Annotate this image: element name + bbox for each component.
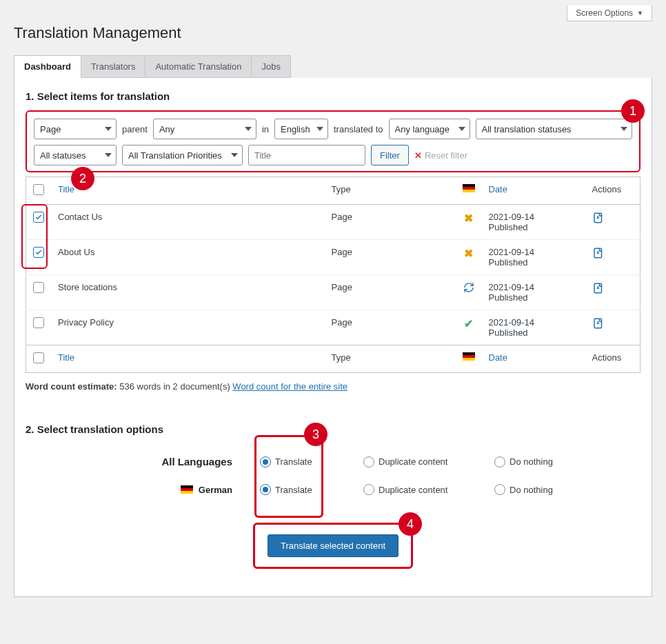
tabs: Dashboard Translators Automatic Translat… (14, 55, 652, 78)
callout-1: 1 (621, 99, 645, 123)
row-type: Page (325, 205, 456, 240)
translation-status-select[interactable]: All translation statuses (476, 119, 632, 139)
row-type: Page (325, 310, 456, 345)
filter-button[interactable]: Filter (371, 145, 409, 165)
translate-action-icon[interactable] (592, 212, 605, 224)
row-type: Page (325, 275, 456, 310)
source-language-select[interactable]: English (274, 119, 328, 139)
lang-german-label: German (26, 485, 253, 495)
row-date: 2021-09-14Published (482, 310, 585, 345)
filter-box: 1 Page parent Any in English translated … (26, 110, 640, 172)
translated-to-label: translated to (334, 124, 383, 134)
row-type: Page (325, 240, 456, 275)
row-title: About Us (51, 240, 325, 275)
callout-2: 2 (71, 167, 94, 190)
reset-filter-link[interactable]: ✕ Reset filter (414, 150, 467, 161)
row-date: 2021-09-14Published (482, 240, 585, 275)
callout-3: 3 (304, 423, 327, 446)
translate-action-icon[interactable] (592, 282, 605, 294)
word-count: Word count estimate: 536 words in 2 docu… (14, 373, 652, 392)
tab-translators[interactable]: Translators (81, 55, 146, 78)
col-actions-footer: Actions (585, 345, 640, 373)
lang-all-label: All Languages (26, 456, 253, 467)
parent-label: parent (122, 124, 148, 134)
row-title: Store locations (51, 275, 325, 310)
priority-select[interactable]: All Translation Priorities (122, 145, 243, 165)
table-row: About UsPage✖2021-09-14Published (26, 240, 640, 275)
select-all-checkbox-footer[interactable] (33, 352, 44, 363)
tab-dashboard[interactable]: Dashboard (14, 55, 81, 78)
translate-selected-button[interactable]: Translate selected content (268, 534, 398, 557)
post-type-select[interactable]: Page (34, 119, 117, 139)
all-translate-radio[interactable]: Translate (260, 456, 356, 467)
german-flag-icon (463, 184, 475, 192)
status-not-translated-icon: ✖ (464, 212, 473, 224)
row-title: Contact Us (51, 205, 325, 240)
tab-automatic-translation[interactable]: Automatic Translation (145, 55, 252, 78)
table-row: Contact UsPage✖2021-09-14Published (26, 205, 640, 240)
publish-status-select[interactable]: All statuses (34, 145, 117, 165)
row-checkbox[interactable] (33, 282, 44, 293)
status-not-translated-icon: ✖ (464, 248, 473, 259)
german-translate-radio[interactable]: Translate (260, 484, 356, 495)
callout-4: 4 (398, 512, 422, 536)
translate-action-icon[interactable] (592, 317, 605, 330)
col-date-footer[interactable]: Date (482, 345, 585, 373)
items-table: Title Type Date Actions Contact UsPage✖2… (26, 177, 640, 373)
word-count-text: 536 words in 2 document(s) (119, 381, 230, 392)
german-nothing-radio[interactable]: Do nothing (494, 484, 605, 495)
close-icon: ✕ (414, 150, 422, 161)
table-row: Privacy PolicyPage✔2021-09-14Published (26, 310, 640, 345)
col-type: Type (325, 177, 456, 205)
col-actions: Actions (585, 177, 640, 205)
all-duplicate-radio[interactable]: Duplicate content (363, 456, 487, 467)
select-all-checkbox[interactable] (33, 184, 44, 195)
translate-action-icon[interactable] (592, 247, 605, 259)
row-checkbox[interactable] (33, 247, 44, 258)
section-2-heading: 2. Select translation options (14, 392, 652, 443)
status-needs-update-icon (463, 282, 474, 293)
word-count-link[interactable]: Word count for the entire site (232, 381, 347, 392)
row-checkbox[interactable] (33, 212, 44, 223)
row-title: Privacy Policy (51, 310, 325, 345)
row-date: 2021-09-14Published (482, 205, 585, 240)
translation-options: 3 All Languages Translate Duplicate cont… (14, 443, 652, 503)
reset-filter-label: Reset filter (425, 150, 467, 161)
col-type-footer: Type (325, 345, 456, 373)
col-date[interactable]: Date (482, 177, 585, 205)
section-1-heading: 1. Select items for translation (14, 90, 652, 110)
screen-options-label: Screen Options (576, 8, 633, 18)
all-nothing-radio[interactable]: Do nothing (494, 456, 605, 467)
german-duplicate-radio[interactable]: Duplicate content (363, 484, 487, 495)
screen-options-button[interactable]: Screen Options ▼ (567, 6, 652, 21)
in-label: in (262, 124, 269, 134)
german-flag-icon (463, 352, 475, 361)
row-date: 2021-09-14Published (482, 275, 585, 310)
tab-jobs[interactable]: Jobs (252, 55, 290, 78)
title-filter-input[interactable] (248, 145, 365, 165)
translated-to-select[interactable]: Any language (389, 119, 470, 139)
status-complete-icon: ✔ (464, 318, 473, 330)
german-flag-icon (181, 485, 193, 494)
chevron-down-icon: ▼ (637, 10, 643, 17)
col-title-footer[interactable]: Title (51, 345, 325, 373)
parent-select[interactable]: Any (153, 119, 256, 139)
page-title: Translation Management (14, 24, 652, 42)
table-row: Store locationsPage2021-09-14Published (26, 275, 640, 310)
word-count-label: Word count estimate: (26, 381, 117, 392)
callout-4-frame: 4 Translate selected content (253, 523, 413, 569)
row-checkbox[interactable] (33, 317, 44, 328)
